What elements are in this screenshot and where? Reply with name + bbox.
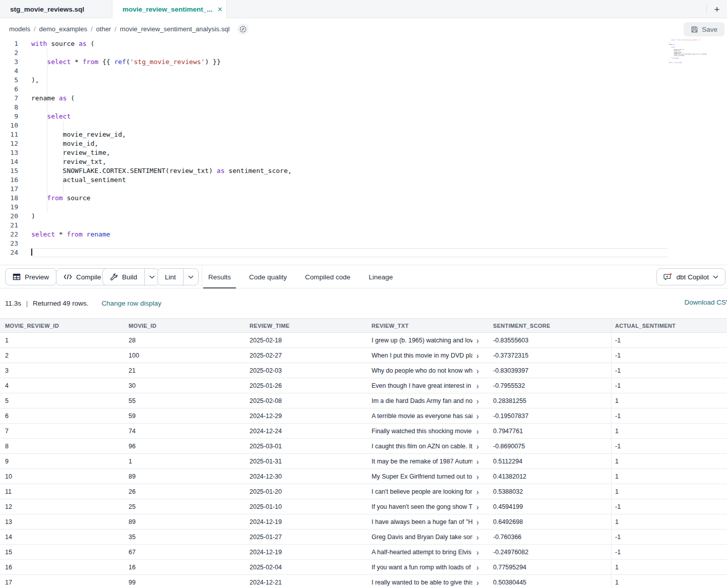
expand-cell-icon[interactable]: › (476, 502, 479, 510)
code-line: ) (31, 212, 668, 221)
line-number: 24 (0, 248, 18, 257)
table-row: 16162025-02-04If you want a fun romp wit… (0, 560, 727, 575)
cell: -0.37372315 (493, 352, 615, 359)
cell: 1 (615, 564, 727, 571)
review-text: I grew up (b. 1965) watching and lovin… (372, 337, 472, 344)
cell-review-txt: Finally watched this shocking movie la…› (372, 428, 493, 435)
new-tab-button[interactable]: + (711, 4, 723, 16)
cell: 26 (129, 488, 250, 495)
review-text: If you want a fun romp with loads of s… (372, 564, 472, 571)
line-number: 23 (0, 239, 18, 248)
tab-results[interactable]: Results (203, 265, 236, 288)
compile-button[interactable]: Compile (56, 268, 109, 285)
review-text: I can't believe people are looking for a… (372, 488, 472, 495)
expand-cell-icon[interactable]: › (476, 487, 479, 495)
dbt-copilot-button[interactable]: dbt Copilot (656, 268, 725, 285)
file-tab-movie-review-sentiment[interactable]: movie_review_sentiment_... × (112, 0, 227, 19)
preview-button-label: Preview (25, 273, 49, 281)
breadcrumb-bar: models / demo_examples / other / movie_r… (0, 18, 727, 40)
code-content[interactable]: with source as ( select * from {{ ref('s… (31, 39, 668, 257)
cell: 35 (129, 534, 250, 541)
review-text: Greg Davis and Bryan Daly take some … (372, 534, 472, 541)
line-number: 17 (0, 185, 18, 194)
line-number: 14 (0, 157, 18, 166)
tab-compiled-code[interactable]: Compiled code (300, 265, 355, 288)
code-line: select (31, 112, 668, 121)
expand-cell-icon[interactable]: › (476, 533, 479, 541)
preview-button[interactable]: Preview (5, 268, 56, 285)
code-editor[interactable]: 123456789101112131415161718192021222324 … (0, 39, 727, 265)
column-header-movie_review_id: MOVIE_REVIEW_ID (5, 323, 129, 329)
expand-cell-icon[interactable]: › (476, 563, 479, 571)
code-line (31, 239, 668, 248)
cell: 0.5112294 (493, 458, 615, 465)
breadcrumb-file: movie_review_sentiment_analysis.sql (120, 25, 230, 33)
expand-cell-icon[interactable]: › (476, 396, 479, 404)
copilot-compass-icon[interactable] (237, 24, 249, 35)
cell: 2025-02-03 (250, 367, 372, 374)
review-text: I caught this film on AZN on cable. It s… (372, 443, 472, 450)
line-number: 5 (0, 76, 18, 85)
table-row: 12252025-01-10If you haven't seen the go… (0, 499, 727, 514)
query-stats: 11.3s | Returned 49 rows. (5, 300, 88, 307)
expand-cell-icon[interactable]: › (476, 351, 479, 359)
dbt-copilot-label: dbt Copilot (676, 273, 709, 281)
expand-cell-icon[interactable]: › (476, 472, 479, 480)
tab-code-quality[interactable]: Code quality (244, 265, 292, 288)
expand-cell-icon[interactable]: › (476, 366, 479, 374)
lint-button[interactable]: Lint (158, 269, 183, 285)
cell: 2024-12-19 (250, 549, 372, 556)
cell: 28 (129, 337, 250, 344)
tab-lineage[interactable]: Lineage (364, 265, 398, 288)
code-line: rename as ( (31, 94, 668, 103)
line-number: 12 (0, 139, 18, 148)
cell: 1 (615, 518, 727, 525)
download-csv-link[interactable]: Download CSV (684, 299, 727, 306)
change-row-display-link[interactable]: Change row display (101, 300, 161, 307)
cell: 2024-12-21 (250, 579, 372, 586)
expand-cell-icon[interactable]: › (476, 381, 479, 389)
cell-review-txt: Why do people who do not know what…› (372, 367, 493, 374)
cell-review-txt: I caught this film on AZN on cable. It s… (372, 443, 493, 450)
cell: 55 (129, 397, 250, 404)
cell: 0.77595294 (493, 564, 615, 571)
review-text: Why do people who do not know what… (372, 367, 472, 374)
breadcrumb-models[interactable]: models (9, 25, 30, 33)
results-table: MOVIE_REVIEW_IDMOVIE_IDREVIEW_TIMEREVIEW… (0, 318, 727, 588)
table-row: 10892024-12-30My Super Ex Girlfriend tur… (0, 469, 727, 484)
cell: 2024-12-30 (250, 473, 372, 480)
cell-review-txt: Even though I have great interest in Bi…… (372, 382, 493, 389)
close-icon[interactable]: × (218, 5, 222, 14)
cell: -1 (615, 352, 727, 359)
code-line: movie_id, (31, 139, 668, 148)
cell: 89 (129, 518, 250, 525)
breadcrumb-demo-examples[interactable]: demo_examples (39, 25, 87, 33)
cell: 0.7947761 (493, 428, 615, 435)
editor-minimap[interactable]: with source as ( select * from {{ ref('s… (669, 39, 707, 66)
expand-cell-icon[interactable]: › (476, 336, 479, 344)
column-divider (611, 318, 612, 588)
cell: -0.7955532 (493, 382, 615, 389)
breadcrumb-other[interactable]: other (96, 25, 111, 33)
expand-cell-icon[interactable]: › (476, 517, 479, 525)
file-tab-label: movie_review_sentiment_... (123, 6, 213, 13)
lint-dropdown-button[interactable] (183, 269, 198, 285)
cell-review-txt: I really wanted to be able to give this … (372, 579, 493, 586)
save-button[interactable]: Save (684, 22, 724, 36)
expand-cell-icon[interactable]: › (476, 457, 479, 465)
code-line: review_txt, (31, 157, 668, 166)
expand-cell-icon[interactable]: › (476, 427, 479, 435)
expand-cell-icon[interactable]: › (476, 578, 479, 586)
review-text: It may be the remake of 1987 Autumn'… (372, 458, 472, 465)
query-row-count: Returned 49 rows. (33, 300, 88, 307)
code-line: actual_sentiment (31, 175, 668, 185)
expand-cell-icon[interactable]: › (476, 411, 479, 420)
build-button[interactable]: Build (103, 269, 144, 285)
expand-cell-icon[interactable]: › (476, 442, 479, 450)
line-number: 3 (0, 57, 18, 67)
review-text: My Super Ex Girlfriend turned out to b… (372, 473, 472, 480)
file-tab-stg-movie-reviews[interactable]: stg_movie_reviews.sql (0, 0, 112, 18)
table-row: 912025-01-31It may be the remake of 1987… (0, 454, 727, 469)
cell: 5 (5, 397, 129, 404)
expand-cell-icon[interactable]: › (476, 548, 479, 556)
